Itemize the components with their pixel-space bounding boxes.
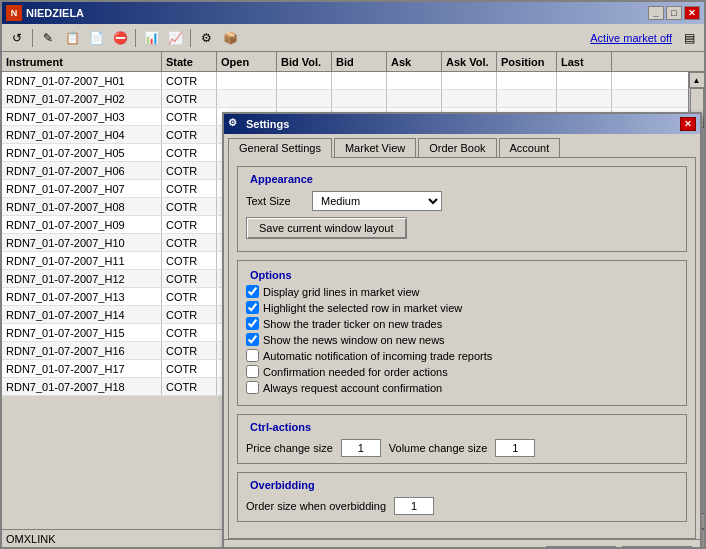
appearance-label: Appearance — [246, 173, 317, 185]
cell-instrument: RDN7_01-07-2007_H11 — [2, 252, 162, 269]
tab-order-book[interactable]: Order Book — [418, 138, 496, 157]
checkbox-label-2: Show the trader ticker on new trades — [263, 318, 442, 330]
toolbar-stop-btn[interactable]: ⛔ — [109, 27, 131, 49]
checkbox-6[interactable] — [246, 381, 259, 394]
minimize-button[interactable]: _ — [648, 6, 664, 20]
checkbox-label-0: Display grid lines in market view — [263, 286, 420, 298]
cell-state: COTR — [162, 108, 217, 125]
options-label: Options — [246, 269, 296, 281]
checkboxes-container: Display grid lines in market view Highli… — [246, 285, 678, 394]
checkbox-label-5: Confirmation needed for order actions — [263, 366, 448, 378]
cancel-button[interactable]: Cancel — [622, 546, 692, 547]
order-size-label: Order size when overbidding — [246, 500, 386, 512]
options-section: Options Display grid lines in market vie… — [237, 260, 687, 406]
dialog-close-button[interactable]: ✕ — [680, 117, 696, 131]
checkbox-1[interactable] — [246, 301, 259, 314]
checkbox-row: Display grid lines in market view — [246, 285, 678, 298]
table-area: Instrument State Open Bid Vol. Bid Ask A… — [2, 52, 704, 547]
window-title: NIEDZIELA — [26, 7, 84, 19]
toolbar-extra-btn[interactable]: ▤ — [678, 27, 700, 49]
table-row[interactable]: RDN7_01-07-2007_H02 COTR — [2, 90, 688, 108]
order-size-input[interactable] — [394, 497, 434, 515]
title-bar-buttons: _ □ ✕ — [648, 6, 700, 20]
ctrl-actions-label: Ctrl-actions — [246, 421, 315, 433]
price-change-input[interactable] — [341, 439, 381, 457]
price-change-label: Price change size — [246, 442, 333, 454]
cell-state: COTR — [162, 324, 217, 341]
cell-state: COTR — [162, 360, 217, 377]
checkbox-label-1: Highlight the selected row in market vie… — [263, 302, 462, 314]
cell-instrument: RDN7_01-07-2007_H18 — [2, 378, 162, 395]
tab-account[interactable]: Account — [499, 138, 561, 157]
toolbar-copy-btn[interactable]: 📋 — [61, 27, 83, 49]
cell-askvol — [442, 72, 497, 89]
text-size-select[interactable]: Small Medium Large — [312, 191, 442, 211]
checkbox-row: Always request account confirmation — [246, 381, 678, 394]
checkbox-label-6: Always request account confirmation — [263, 382, 442, 394]
maximize-button[interactable]: □ — [666, 6, 682, 20]
checkbox-row: Confirmation needed for order actions — [246, 365, 678, 378]
cell-state: COTR — [162, 252, 217, 269]
cell-state: COTR — [162, 162, 217, 179]
cell-position — [497, 90, 557, 107]
cell-state: COTR — [162, 342, 217, 359]
checkbox-0[interactable] — [246, 285, 259, 298]
cell-state: COTR — [162, 198, 217, 215]
cell-state: COTR — [162, 378, 217, 395]
toolbar-settings-btn[interactable]: ⚙ — [195, 27, 217, 49]
cell-bid — [332, 72, 387, 89]
cell-instrument: RDN7_01-07-2007_H03 — [2, 108, 162, 125]
tab-general-settings[interactable]: General Settings — [228, 138, 332, 158]
checkbox-4[interactable] — [246, 349, 259, 362]
cell-instrument: RDN7_01-07-2007_H15 — [2, 324, 162, 341]
apply-button[interactable]: Apply — [546, 546, 616, 547]
checkbox-2[interactable] — [246, 317, 259, 330]
col-header-bidvol: Bid Vol. — [277, 52, 332, 71]
cell-state: COTR — [162, 72, 217, 89]
toolbar-new-btn[interactable]: 📄 — [85, 27, 107, 49]
col-header-bid: Bid — [332, 52, 387, 71]
title-bar: N NIEDZIELA _ □ ✕ — [2, 2, 704, 24]
overbid-row: Order size when overbidding — [246, 497, 678, 515]
toolbar-back-btn[interactable]: ↺ — [6, 27, 28, 49]
cell-bidvol — [277, 72, 332, 89]
app-icon: N — [6, 5, 22, 21]
dialog-title-left: ⚙ Settings — [228, 117, 289, 131]
cell-bidvol — [277, 90, 332, 107]
cell-open — [217, 72, 277, 89]
cell-state: COTR — [162, 234, 217, 251]
checkbox-3[interactable] — [246, 333, 259, 346]
toolbar-edit-btn[interactable]: ✎ — [37, 27, 59, 49]
checkbox-label-4: Automatic notification of incoming trade… — [263, 350, 492, 362]
column-headers: Instrument State Open Bid Vol. Bid Ask A… — [2, 52, 704, 72]
overbidding-section: Overbidding Order size when overbidding — [237, 472, 687, 522]
ctrl-row: Price change size Volume change size — [246, 439, 678, 457]
table-row[interactable]: RDN7_01-07-2007_H01 COTR — [2, 72, 688, 90]
main-window: N NIEDZIELA _ □ ✕ ↺ ✎ 📋 📄 ⛔ 📊 📈 ⚙ 📦 Acti… — [0, 0, 706, 549]
toolbar-package-btn[interactable]: 📦 — [219, 27, 241, 49]
cell-state: COTR — [162, 270, 217, 287]
close-button[interactable]: ✕ — [684, 6, 700, 20]
active-market-link[interactable]: Active market off — [590, 32, 672, 44]
cell-ask — [387, 90, 442, 107]
volume-change-input[interactable] — [495, 439, 535, 457]
checkbox-row: Automatic notification of incoming trade… — [246, 349, 678, 362]
toolbar-chart-btn[interactable]: 📊 — [140, 27, 162, 49]
scroll-up-arrow[interactable]: ▲ — [689, 72, 705, 88]
cell-instrument: RDN7_01-07-2007_H16 — [2, 342, 162, 359]
toolbar-trend-btn[interactable]: 📈 — [164, 27, 186, 49]
overbidding-label: Overbidding — [246, 479, 319, 491]
appearance-section: Appearance Text Size Small Medium Large — [237, 166, 687, 252]
checkbox-label-3: Show the news window on new news — [263, 334, 445, 346]
toolbar-sep-2 — [135, 29, 136, 47]
save-layout-button[interactable]: Save current window layout — [246, 217, 407, 239]
cell-state: COTR — [162, 144, 217, 161]
checkbox-5[interactable] — [246, 365, 259, 378]
tab-market-view[interactable]: Market View — [334, 138, 416, 157]
tab-content: Appearance Text Size Small Medium Large — [228, 157, 696, 539]
cell-state: COTR — [162, 306, 217, 323]
volume-change-label: Volume change size — [389, 442, 487, 454]
toolbar-sep-1 — [32, 29, 33, 47]
cell-open — [217, 90, 277, 107]
cell-instrument: RDN7_01-07-2007_H09 — [2, 216, 162, 233]
